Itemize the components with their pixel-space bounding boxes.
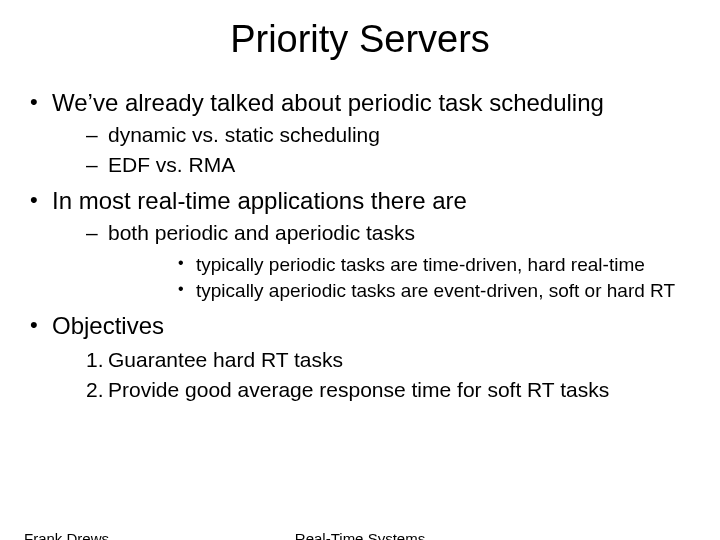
number-prefix: 2.: [86, 376, 104, 404]
bullet-text: We’ve already talked about periodic task…: [52, 89, 604, 116]
sub-bullet-text: EDF vs. RMA: [108, 153, 235, 176]
sub-bullet-item: dynamic vs. static scheduling: [52, 121, 696, 149]
sub-bullet-item: both periodic and aperiodic tasks typica…: [52, 219, 696, 304]
number-prefix: 1.: [86, 346, 104, 374]
numbered-item: 2. Provide good average response time fo…: [52, 376, 696, 404]
slide-title: Priority Servers: [0, 18, 720, 61]
numbered-text: Guarantee hard RT tasks: [108, 348, 343, 371]
sub-bullet-list: dynamic vs. static scheduling EDF vs. RM…: [52, 121, 696, 179]
numbered-text: Provide good average response time for s…: [108, 378, 609, 401]
sub-bullet-item: EDF vs. RMA: [52, 151, 696, 179]
bullet-item: In most real-time applications there are…: [24, 185, 696, 304]
sub-sub-bullet-item: typically aperiodic tasks are event-driv…: [108, 278, 696, 304]
slide-content: We’ve already talked about periodic task…: [0, 87, 720, 404]
bullet-text: Objectives: [52, 312, 164, 339]
sub-sub-bullet-item: typically periodic tasks are time-driven…: [108, 252, 696, 278]
sub-bullet-list: both periodic and aperiodic tasks typica…: [52, 219, 696, 304]
bullet-item: We’ve already talked about periodic task…: [24, 87, 696, 179]
bullet-text: In most real-time applications there are: [52, 187, 467, 214]
sub-sub-bullet-text: typically periodic tasks are time-driven…: [196, 254, 645, 275]
bullet-item: Objectives 1. Guarantee hard RT tasks 2.…: [24, 310, 696, 404]
bullet-list: We’ve already talked about periodic task…: [24, 87, 696, 404]
sub-sub-bullet-text: typically aperiodic tasks are event-driv…: [196, 280, 675, 301]
sub-bullet-text: dynamic vs. static scheduling: [108, 123, 380, 146]
numbered-item: 1. Guarantee hard RT tasks: [52, 346, 696, 374]
footer-left: Frank Drews: [24, 530, 109, 540]
slide: Priority Servers We’ve already talked ab…: [0, 18, 720, 540]
sub-sub-bullet-list: typically periodic tasks are time-driven…: [108, 252, 696, 304]
numbered-list: 1. Guarantee hard RT tasks 2. Provide go…: [52, 346, 696, 404]
sub-bullet-text: both periodic and aperiodic tasks: [108, 221, 415, 244]
